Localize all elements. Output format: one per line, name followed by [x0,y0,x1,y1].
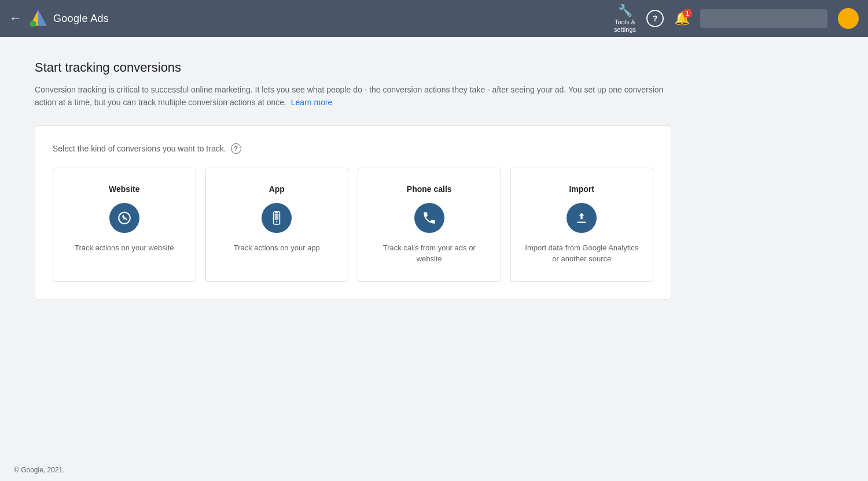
option-icon-website [109,203,139,233]
app-header: ← Google Ads 🔧 Tools &settings ? 🔔 1 [0,0,868,37]
app-logo: Google Ads [28,8,109,29]
option-description-app: Track actions on your app [234,242,320,254]
conversion-type-card: Select the kind of conversions you want … [35,125,671,299]
svg-rect-6 [275,213,279,220]
option-description-import: Import data from Google Analytics or ano… [523,242,642,265]
option-card-import[interactable]: Import Import data from Google Analytics… [510,168,654,282]
phone-device-icon [269,210,284,225]
option-card-website[interactable]: Website Track actions on your website [53,168,196,282]
description-text: Conversion tracking is critical to succe… [35,85,663,107]
svg-marker-1 [38,10,46,26]
avatar[interactable] [838,8,859,29]
cursor-icon [117,210,132,225]
page-description: Conversion tracking is critical to succe… [35,83,671,109]
option-icon-app [262,203,292,233]
help-button[interactable]: ? [646,10,664,27]
svg-point-7 [276,221,277,222]
tools-settings-button[interactable]: 🔧 Tools &settings [614,3,636,34]
copyright-text: © Google, 2021. [14,466,65,474]
option-card-app[interactable]: App Track actions on your app [205,168,349,282]
header-right: 🔧 Tools &settings ? 🔔 1 [614,3,859,34]
tools-icon: 🔧 [618,3,632,17]
main-content: Start tracking conversions Conversion tr… [0,37,868,323]
svg-rect-9 [578,221,586,223]
option-description-phone-calls: Track calls from your ads or website [370,242,489,265]
option-title-import: Import [569,184,594,194]
page-footer: © Google, 2021. [0,459,868,481]
call-icon [422,210,437,225]
notification-badge: 1 [683,9,692,18]
help-icon: ? [653,14,658,23]
option-title-phone-calls: Phone calls [407,184,452,194]
options-grid: Website Track actions on your website Ap… [53,168,653,282]
page-title: Start tracking conversions [35,60,833,75]
option-title-website: Website [109,184,139,194]
app-name-label: Google Ads [53,13,109,25]
tools-settings-label: Tools &settings [614,18,636,34]
option-title-app: App [269,184,285,194]
option-card-phone-calls[interactable]: Phone calls Track calls from your ads or… [358,168,501,282]
select-help-icon[interactable]: ? [231,143,241,154]
back-button[interactable]: ← [9,11,22,26]
option-description-website: Track actions on your website [75,242,174,254]
option-icon-import [567,203,597,233]
select-label: Select the kind of conversions you want … [53,143,653,154]
select-label-text: Select the kind of conversions you want … [53,144,226,153]
upload-icon [574,210,589,225]
learn-more-link[interactable]: Learn more [291,98,333,107]
back-icon: ← [9,11,22,26]
google-ads-logo-icon [28,8,49,29]
notifications-button[interactable]: 🔔 1 [674,11,690,26]
svg-point-4 [122,216,124,217]
search-input[interactable] [700,9,827,28]
header-left: ← Google Ads [9,8,109,29]
svg-point-2 [30,21,36,27]
option-icon-phone-calls [414,203,444,233]
